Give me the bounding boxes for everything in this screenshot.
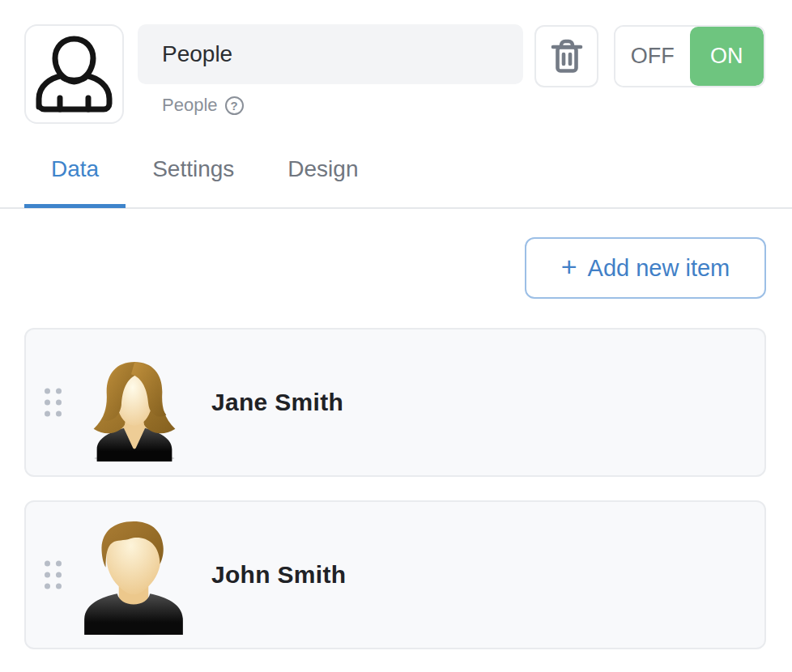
tab-data[interactable]: Data <box>24 155 126 208</box>
man-avatar <box>76 517 191 636</box>
drag-handle-icon[interactable] <box>45 561 62 589</box>
collection-name-input[interactable] <box>138 24 523 84</box>
trash-icon <box>550 39 584 74</box>
item-name: John Smith <box>211 561 346 589</box>
add-new-item-button[interactable]: + Add new item <box>525 237 766 299</box>
source-caption: People ? <box>162 94 244 117</box>
woman-avatar <box>87 359 182 461</box>
list-item-john-smith[interactable]: John Smith <box>24 500 766 649</box>
tab-settings[interactable]: Settings <box>126 155 261 208</box>
source-caption-label: People <box>162 95 218 116</box>
tab-bar: Data Settings Design <box>24 155 385 208</box>
add-new-item-label: Add new item <box>588 255 730 282</box>
drag-handle-icon[interactable] <box>45 389 62 417</box>
help-icon[interactable]: ? <box>225 96 244 115</box>
people-collection-editor: People ? OFF ON Data Settings Design + A… <box>0 0 792 672</box>
tab-design[interactable]: Design <box>261 155 385 208</box>
onoff-toggle: OFF ON <box>614 25 765 87</box>
toggle-on-option[interactable]: ON <box>690 27 764 86</box>
item-name: Jane Smith <box>211 389 343 416</box>
toggle-off-option[interactable]: OFF <box>615 27 690 86</box>
person-outline-icon <box>36 36 113 113</box>
delete-collection-button[interactable] <box>534 25 598 87</box>
list-item-jane-smith[interactable]: Jane Smith <box>24 328 766 477</box>
collection-icon-button[interactable] <box>24 24 124 124</box>
plus-icon: + <box>561 251 577 283</box>
